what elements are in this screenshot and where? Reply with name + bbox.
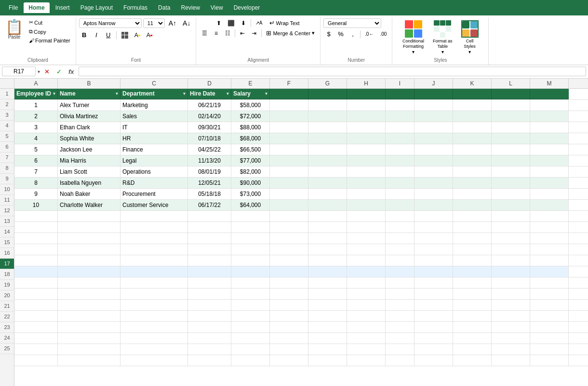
row-num-21[interactable]: 21 (0, 301, 14, 312)
grid-cell[interactable] (308, 178, 347, 188)
grid-cell[interactable] (231, 311, 270, 321)
align-right-button[interactable]: ☷ (222, 29, 233, 38)
grid-cell[interactable] (308, 355, 347, 366)
grid-cell[interactable] (492, 122, 530, 133)
grid-cell[interactable]: 07/10/18 (188, 133, 231, 144)
grid-cell[interactable] (414, 133, 453, 144)
column-dropdown-icon[interactable]: ▾ (53, 91, 55, 96)
grid-cell[interactable] (347, 111, 386, 122)
grid-cell[interactable] (58, 311, 120, 321)
grid-cell[interactable] (270, 311, 308, 321)
grid-cell[interactable] (492, 277, 530, 288)
grid-cell[interactable]: 08/01/19 (188, 166, 231, 177)
grid-cell[interactable] (58, 355, 120, 366)
grid-cell[interactable]: Isabella Nguyen (58, 178, 120, 188)
col-header-l[interactable]: L (492, 79, 530, 88)
decrease-decimal-button[interactable]: .0← (362, 30, 376, 38)
column-dropdown-icon[interactable]: ▾ (116, 91, 118, 96)
font-selector[interactable]: Aptos Narrow (79, 18, 142, 28)
grid-cell[interactable] (120, 322, 188, 332)
grid-cell[interactable] (492, 300, 530, 310)
grid-cell[interactable] (58, 344, 120, 355)
grid-cell[interactable] (453, 155, 492, 166)
grid-cell[interactable] (530, 222, 569, 233)
grid-cell[interactable] (14, 255, 58, 266)
col-header-d[interactable]: D (188, 79, 231, 88)
comma-button[interactable]: , (347, 29, 358, 39)
grid-cell[interactable] (270, 333, 308, 344)
grid-cell[interactable] (58, 233, 120, 244)
grid-cell[interactable] (453, 333, 492, 344)
grid-cell[interactable] (386, 344, 414, 355)
formula-input[interactable] (79, 67, 586, 76)
grid-cell[interactable] (270, 211, 308, 221)
increase-decimal-button[interactable]: .00 (377, 30, 389, 38)
grid-cell[interactable]: Name▾ (58, 89, 120, 99)
grid-cell[interactable] (120, 244, 188, 255)
grid-cell[interactable] (270, 222, 308, 233)
grid-cell[interactable]: Sales (120, 111, 188, 122)
grid-cell[interactable] (308, 344, 347, 355)
align-center-button[interactable]: ≡ (211, 29, 221, 38)
grid-cell[interactable] (386, 155, 414, 166)
row-num-15[interactable]: 15 (0, 237, 14, 248)
grid-cell[interactable] (386, 333, 414, 344)
tab-view[interactable]: View (206, 2, 228, 13)
grid-cell[interactable] (530, 189, 569, 199)
grid-cell[interactable]: Procurement (120, 189, 188, 199)
grid-cell[interactable]: Employee ID▾ (14, 89, 58, 99)
grid-cell[interactable] (270, 289, 308, 299)
tab-insert[interactable]: Insert (51, 2, 75, 13)
grid-cell[interactable] (492, 166, 530, 177)
grid-cell[interactable] (231, 277, 270, 288)
grid-cell[interactable] (270, 355, 308, 366)
grid-cell[interactable] (530, 111, 569, 122)
grid-cell[interactable] (453, 111, 492, 122)
row-num-17[interactable]: 17 (0, 259, 14, 269)
grid-cell[interactable]: Department▾ (120, 89, 188, 99)
grid-cell[interactable] (386, 311, 414, 321)
grid-cell[interactable] (58, 255, 120, 266)
grid-cell[interactable] (453, 277, 492, 288)
grid-cell[interactable] (14, 233, 58, 244)
grid-cell[interactable] (453, 122, 492, 133)
align-top-button[interactable]: ⬆ (214, 19, 224, 28)
grid-cell[interactable] (492, 211, 530, 221)
grid-cell[interactable] (120, 233, 188, 244)
row-num-4[interactable]: 4 (0, 121, 14, 131)
grid-cell[interactable] (386, 355, 414, 366)
grid-cell[interactable] (414, 322, 453, 332)
grid-cell[interactable]: Liam Scott (58, 166, 120, 177)
grid-cell[interactable] (453, 100, 492, 110)
grid-cell[interactable] (530, 255, 569, 266)
grid-cell[interactable] (188, 244, 231, 255)
grid-cell[interactable] (492, 333, 530, 344)
col-header-k[interactable]: K (453, 79, 492, 88)
col-header-g[interactable]: G (308, 79, 347, 88)
grid-cell[interactable]: $90,000 (231, 178, 270, 188)
row-num-25[interactable]: 25 (0, 344, 14, 354)
grid-cell[interactable] (492, 266, 530, 277)
grid-cell[interactable] (453, 222, 492, 233)
col-header-i[interactable]: I (386, 79, 414, 88)
col-header-e[interactable]: E (231, 79, 270, 88)
grid-cell[interactable] (308, 311, 347, 321)
grid-cell[interactable] (347, 289, 386, 299)
grid-cell[interactable] (188, 344, 231, 355)
font-color-button[interactable]: A (144, 31, 155, 40)
grid-cell[interactable]: Finance (120, 144, 188, 155)
bold-button[interactable]: B (79, 30, 90, 40)
grid-cell[interactable] (453, 178, 492, 188)
row-num-2[interactable]: 2 (0, 99, 14, 110)
grid-cell[interactable] (414, 189, 453, 199)
grid-cell[interactable]: 11/13/20 (188, 155, 231, 166)
grid-cell[interactable] (530, 233, 569, 244)
wrap-text-button[interactable]: ↵ Wrap Text (266, 18, 303, 28)
row-num-9[interactable]: 9 (0, 174, 14, 184)
grid-cell[interactable] (270, 100, 308, 110)
column-dropdown-icon[interactable]: ▾ (265, 91, 267, 96)
grid-cell[interactable] (188, 277, 231, 288)
grid-cell[interactable] (120, 289, 188, 299)
grid-cell[interactable] (453, 322, 492, 332)
grid-cell[interactable] (231, 289, 270, 299)
